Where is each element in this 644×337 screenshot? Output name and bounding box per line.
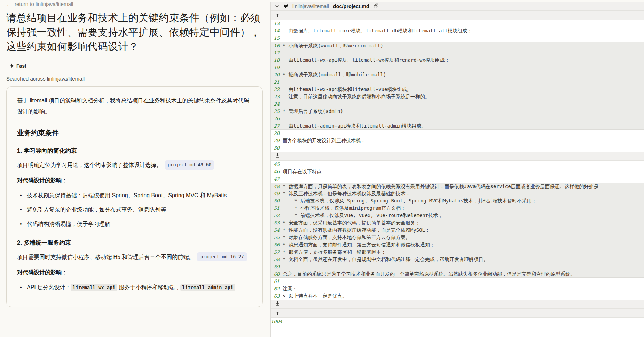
line-text: 而九个模块的开发设计到三种技术栈： [283,137,366,144]
impact-list-item: 代码结构清晰易懂，便于学习理解 [17,219,252,229]
line-number: 1004 [271,318,285,325]
line-number: 29 [271,137,283,144]
viewer-repo-name: linlinjava/litemall [292,3,329,9]
code-line: 24 [271,100,644,108]
constraint-lead: 项目明确定位为学习用途，这个约束影响了整体设计选择。project.md:49-… [17,160,252,171]
line-number: 63 [271,292,283,300]
expand-down-icon [275,153,280,159]
line-text: 由litemall-wx-api模块和litemall-vue模块组成。 [283,86,411,93]
line-text: 总之，目前的系统只是为了学习技术和业务而开发的一个简单商场原型系统。虽然缺失很多… [283,270,575,277]
code-line: 56* 消息通知方面，支持邮件通知、第三方云短信通知和微信模板通知； [271,241,644,248]
line-text: * 消息通知方面，支持邮件通知、第三方云短信通知和微信模板通知； [283,241,435,248]
line-number: 46 [271,168,283,175]
model-badge[interactable]: Fast [10,63,264,69]
code-line: 28 [271,130,644,137]
line-number: 56 [271,241,283,248]
line-number: 19 [271,64,283,71]
line-number: 52 [271,212,283,219]
code-line: 29而九个模块的开发设计到三种技术栈： [271,137,644,144]
impact-list: 技术栈刻意保持基础：后端仅使用 Spring、Spring Boot、Sprin… [17,190,252,230]
line-text: * 数据库方面，只是简单的表，表和表之间的依赖关系没有采用外键设计，而是依赖Ja… [283,183,599,190]
line-text: * 小商场子系统(wxmall，即weixin mall) [283,42,383,49]
file-viewer-header: linlinjava/litemall doc/project.md [271,2,644,11]
line-text: 项目存在以下特点： [283,168,327,175]
line-text: * 文档全面，虽然还在开发中，但是规划中文档和代码注释一定会完成，帮助开发者理解… [283,256,488,263]
expand-down-row[interactable] [271,300,644,309]
line-text: * 轻商城子系统(mobmall，即mobile mall) [283,71,386,78]
code-line: 19 [271,64,644,71]
line-number: 57 [271,248,283,256]
expand-up-row[interactable] [271,11,644,20]
code-line: 22 由litemall-wx-api模块和litemall-vue模块组成。 [271,86,644,93]
line-number: 51 [271,205,283,212]
code-line: 60总之，目前的系统只是为了学习技术和业务而开发的一个简单商场原型系统。虽然缺失… [271,270,644,278]
code-line: 17 [271,49,644,56]
jump-down-arrow-icon[interactable] [283,4,288,8]
file-viewer-panel: linlinjava/litemall doc/project.md 1314 … [270,2,644,337]
code-line: 1004 [271,318,644,325]
code-line: 58* 文档全面，虽然还在开发中，但是规划中文档和代码注释一定会完成，帮助开发者… [271,256,644,263]
code-line: 20* 轻商城子系统(mobmall，即mobile mall) [271,71,644,78]
line-number: 22 [271,86,283,93]
line-number: 30 [271,144,283,152]
line-number: 14 [271,27,283,35]
expand-down-row[interactable] [271,152,644,161]
line-number: 26 [271,115,283,122]
line-text: * 后端技术栈，仅涉及 Spring, Spring Boot, Spring … [283,197,536,205]
collapse-chevron-icon[interactable] [275,5,279,8]
citation-chip[interactable]: project.md:16-27 [197,252,247,262]
code-line: 15 [271,35,644,42]
code-line: 26 [271,115,644,122]
code-line: 52 * 前端技术栈，仅涉及vue, vuex, vue-route和eleme… [271,212,644,219]
line-number: 62 [271,285,283,292]
line-number: 50 [271,197,283,205]
line-text: 由数据库、litemall-core模块、litemall-db模块和litem… [283,27,472,35]
line-text: 注意： [283,285,297,292]
lead-text: 项目需要同时支持微信小程序、移动端 H5 和管理后台三个不同的前端。 [17,254,194,260]
line-number: 23 [271,93,283,100]
line-text: * 管理后台子系统(admin) [283,108,343,115]
line-number: 61 [271,278,283,285]
expand-up-icon [275,310,280,316]
line-text: * 对象存储服务方面，支持本地存储和第三方云存储方案。 [283,234,410,241]
code-line: 30 [271,144,644,152]
code-line: 54* 性能方面，没有涉及内存数据库缓存功能，而是完全依赖MySQL； [271,227,644,234]
back-link-label: return to linlinjava/litemall [15,2,73,7]
line-number: 28 [271,130,283,137]
lead-text: 项目明确定位为学习用途，这个约束影响了整体设计选择。 [17,162,162,168]
code-line: 21 [271,78,644,86]
line-number: 17 [271,49,283,56]
code-line: 57* 部署方便，支持多服务部署和一键部署脚本； [271,248,644,256]
line-number: 16 [271,42,283,49]
back-row: ←return to linlinjava/litemall [6,2,264,8]
line-text: * 安全方面，仅采用最基本的代码，提供简单基本的安全服务； [283,219,420,227]
expand-down-icon [275,301,280,307]
code-line: 62注意： [271,285,644,292]
viewer-file-name: doc/project.md [333,3,369,9]
line-number: 60 [271,270,283,277]
citation-chip[interactable]: project.md:49-60 [165,160,214,170]
constraint-heading: 2. 多端统一服务约束 [17,239,252,247]
line-text: * 涉及三种技术栈，但是每种技术栈仅涉及最基础的技术； [283,190,410,197]
inline-code: litemall-wx-api [71,284,117,291]
line-number: 24 [271,100,283,108]
code-line: 18 由litemall-wx-api模块、litemall-wx模块和rena… [271,56,644,64]
code-line: 13 [271,20,644,27]
impact-list-item: 避免引入复杂的企业级功能，如分布式事务、消息队列等 [17,204,252,215]
code-line: 47 [271,175,644,183]
back-link[interactable]: ←return to linlinjava/litemall [6,2,73,7]
code-line: 25* 管理后台子系统(admin) [271,108,644,115]
line-number: 47 [271,175,283,183]
line-number: 25 [271,108,283,115]
line-text: * 部署方便，支持多服务部署和一键部署脚本； [283,248,386,256]
line-number: 49 [271,190,283,197]
impact-list-item: API 层分离设计：litemall-wx-api 服务于小程序和移动端，lit… [17,282,252,293]
expand-up-row[interactable] [271,309,644,318]
line-number: 45 [271,161,283,168]
impact-label: 对代码设计的影响： [17,269,252,276]
code-line: 51 * 小程序技术栈，仅涉及miniprogram官方文档； [271,205,644,212]
copy-icon[interactable] [374,3,379,9]
inline-code: litemall-admin-api [180,284,235,291]
line-text: * 性能方面，没有涉及内存数据库缓存功能，而是完全依赖MySQL； [283,227,430,234]
line-number: 21 [271,78,283,86]
